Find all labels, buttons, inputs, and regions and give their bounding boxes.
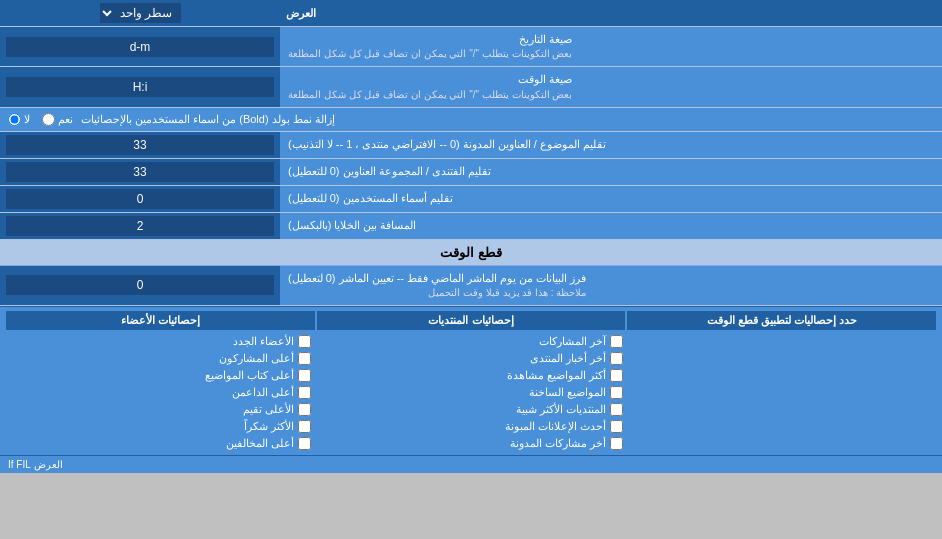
spacing-label: المسافة بين الخلايا (بالبكسل) bbox=[280, 213, 942, 239]
remove-bold-label: إزالة نمط بولد (Bold) من اسماء المستخدمي… bbox=[81, 113, 335, 126]
date-format-input-cell bbox=[0, 27, 280, 66]
right-header-label: العرض bbox=[280, 0, 942, 26]
radio-yes-input[interactable] bbox=[42, 113, 55, 126]
forum-count-label: تقليم الفتندى / المجموعة العناوين (0 للت… bbox=[280, 159, 942, 185]
checkbox-most-thanked[interactable] bbox=[298, 420, 311, 433]
date-format-input[interactable] bbox=[6, 37, 274, 57]
checkbox-popular-forums[interactable] bbox=[610, 403, 623, 416]
topics-count-input-cell bbox=[0, 132, 280, 158]
users-count-input[interactable] bbox=[6, 189, 274, 209]
list-item: أخر مشاركات المدونة bbox=[317, 436, 624, 451]
list-item: أكثر المواضيع مشاهدة bbox=[317, 368, 624, 383]
list-item: المواضيع الساخنة bbox=[317, 385, 624, 400]
topics-count-label: تقليم الموضوع / العناوين المدونة (0 -- ا… bbox=[280, 132, 942, 158]
list-item: أعلى المشاركون bbox=[6, 351, 313, 366]
single-line-select[interactable]: سطر واحد سطرين ثلاثة أسطر bbox=[100, 3, 181, 23]
topics-count-input[interactable] bbox=[6, 135, 274, 155]
col2-header: إحصائيات الأعضاء bbox=[6, 311, 315, 330]
main-container: العرض سطر واحد سطرين ثلاثة أسطر صيغة الت… bbox=[0, 0, 942, 473]
checkbox-top-rated[interactable] bbox=[298, 403, 311, 416]
spacing-input-cell bbox=[0, 213, 280, 239]
date-format-label: صيغة التاريخ بعض التكوينات يتطلب "/" الت… bbox=[280, 27, 942, 66]
realtime-label: فرز البيانات من يوم الماشر الماضي فقط --… bbox=[280, 266, 942, 305]
radio-yes: نعم bbox=[42, 113, 73, 126]
checkbox-last-news[interactable] bbox=[610, 352, 623, 365]
list-item: آخر المشاركات bbox=[317, 334, 624, 349]
remove-bold-row: إزالة نمط بولد (Bold) من اسماء المستخدمي… bbox=[0, 108, 942, 132]
checkbox-most-viewed[interactable] bbox=[610, 369, 623, 382]
realtime-input-cell bbox=[0, 266, 280, 305]
radio-no: لا bbox=[8, 113, 30, 126]
time-format-label: صيغة الوقت بعض التكوينات يتطلب "/" التي … bbox=[280, 67, 942, 106]
checkbox-top-posters[interactable] bbox=[298, 352, 311, 365]
realtime-section-header: قطع الوقت bbox=[0, 240, 942, 266]
top-select-cell: سطر واحد سطرين ثلاثة أسطر bbox=[0, 0, 280, 26]
forum-stats-col: آخر المشاركات أخر أخبار المنتدى أكثر الم… bbox=[317, 334, 624, 451]
col1-header: إحصائيات المنتديات bbox=[317, 311, 626, 330]
list-item: أعلى الداعمن bbox=[6, 385, 313, 400]
top-row: العرض سطر واحد سطرين ثلاثة أسطر bbox=[0, 0, 942, 27]
date-format-row: صيغة التاريخ بعض التكوينات يتطلب "/" الت… bbox=[0, 27, 942, 67]
forum-count-input[interactable] bbox=[6, 162, 274, 182]
footer-hint: العرض If FIL bbox=[0, 455, 942, 473]
list-item: أعلى كتاب المواضيع bbox=[6, 368, 313, 383]
list-item: الأعضاء الجدد bbox=[6, 334, 313, 349]
checkbox-top-violators[interactable] bbox=[298, 437, 311, 450]
users-count-label: تقليم أسماء المستخدمين (0 للتعطيل) bbox=[280, 186, 942, 212]
time-format-input[interactable] bbox=[6, 77, 274, 97]
realtime-row: فرز البيانات من يوم الماشر الماضي فقط --… bbox=[0, 266, 942, 306]
time-format-row: صيغة الوقت بعض التكوينات يتطلب "/" التي … bbox=[0, 67, 942, 107]
checkbox-top-topic-writers[interactable] bbox=[298, 369, 311, 382]
checkbox-new-members[interactable] bbox=[298, 335, 311, 348]
checkbox-announcements[interactable] bbox=[610, 420, 623, 433]
time-format-input-cell bbox=[0, 67, 280, 106]
checkboxes-content: آخر المشاركات أخر أخبار المنتدى أكثر الم… bbox=[6, 334, 936, 451]
spacing-input[interactable] bbox=[6, 216, 274, 236]
empty-col bbox=[629, 334, 936, 451]
list-item: أعلى المخالفين bbox=[6, 436, 313, 451]
remove-bold-radio-group: نعم لا bbox=[8, 113, 73, 126]
checkbox-last-posts[interactable] bbox=[610, 335, 623, 348]
list-item: أحدث الإعلانات المبونة bbox=[317, 419, 624, 434]
radio-no-label: لا bbox=[24, 113, 30, 126]
radio-no-input[interactable] bbox=[8, 113, 21, 126]
list-item: أخر أخبار المنتدى bbox=[317, 351, 624, 366]
checkboxes-header-row: حدد إحصاليات لتطبيق قطع الوقت إحصائيات ا… bbox=[6, 311, 936, 330]
list-item: المنتديات الأكثر شبية bbox=[317, 402, 624, 417]
spacing-row: المسافة بين الخلايا (بالبكسل) bbox=[0, 213, 942, 240]
checkbox-blog-posts[interactable] bbox=[610, 437, 623, 450]
topics-count-row: تقليم الموضوع / العناوين المدونة (0 -- ا… bbox=[0, 132, 942, 159]
checkbox-hot-topics[interactable] bbox=[610, 386, 623, 399]
users-count-row: تقليم أسماء المستخدمين (0 للتعطيل) bbox=[0, 186, 942, 213]
checkbox-top-supporters[interactable] bbox=[298, 386, 311, 399]
users-count-input-cell bbox=[0, 186, 280, 212]
member-stats-col: الأعضاء الجدد أعلى المشاركون أعلى كتاب ا… bbox=[6, 334, 313, 451]
forum-count-row: تقليم الفتندى / المجموعة العناوين (0 للت… bbox=[0, 159, 942, 186]
checkboxes-area: حدد إحصاليات لتطبيق قطع الوقت إحصائيات ا… bbox=[0, 306, 942, 455]
remove-bold-label-cell: إزالة نمط بولد (Bold) من اسماء المستخدمي… bbox=[0, 108, 942, 131]
realtime-input[interactable] bbox=[6, 275, 274, 295]
list-item: الأعلى تقيم bbox=[6, 402, 313, 417]
apply-stats-label: حدد إحصاليات لتطبيق قطع الوقت bbox=[627, 311, 936, 330]
radio-yes-label: نعم bbox=[58, 113, 73, 126]
forum-count-input-cell bbox=[0, 159, 280, 185]
list-item: الأكثر شكراً bbox=[6, 419, 313, 434]
